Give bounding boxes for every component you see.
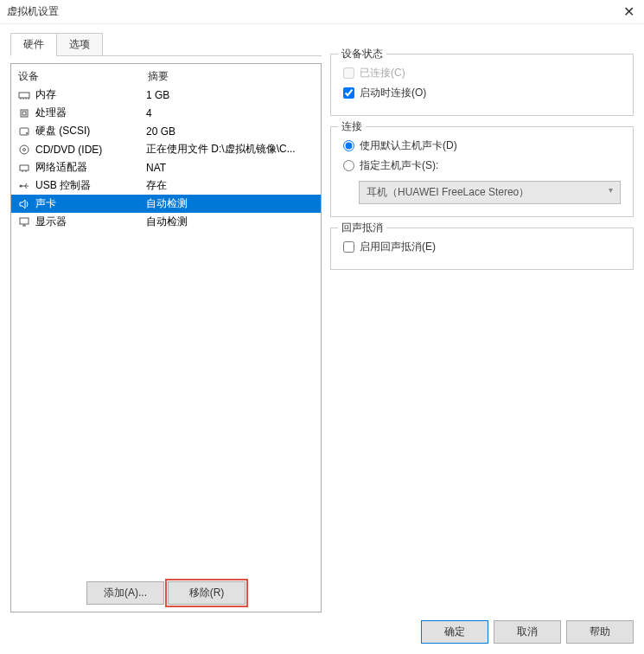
device-summary: 正在使用文件 D:\虚拟机镜像\C... (146, 142, 316, 157)
svg-point-8 (26, 132, 28, 134)
bottom-bar: 确定 取消 帮助 (421, 620, 634, 644)
svg-rect-11 (20, 165, 29, 170)
fieldset-connection: 连接 使用默认主机声卡(D) 指定主机声卡(S): 耳机（HUAWEI Free… (330, 126, 634, 217)
disk-icon (16, 125, 32, 138)
window-title: 虚拟机设置 (7, 4, 59, 19)
connect-poweron-row[interactable]: 启动时连接(O) (343, 83, 621, 103)
svg-rect-6 (22, 112, 26, 115)
svg-marker-18 (20, 200, 25, 208)
device-buttons: 添加(A)... 移除(R) (11, 574, 321, 612)
echo-label: 启用回声抵消(E) (360, 240, 436, 254)
device-summary: 1 GB (146, 89, 316, 101)
svg-rect-19 (20, 218, 29, 224)
connect-poweron-checkbox[interactable] (343, 87, 354, 99)
header-device: 设备 (18, 69, 148, 84)
device-name: 处理器 (35, 106, 146, 120)
tab-options[interactable]: 选项 (56, 33, 103, 56)
use-default-radio[interactable] (343, 140, 354, 151)
device-summary: 20 GB (146, 125, 316, 138)
display-icon (16, 216, 32, 228)
cancel-button[interactable]: 取消 (494, 620, 561, 644)
svg-point-10 (23, 148, 26, 151)
ok-button[interactable]: 确定 (421, 620, 488, 644)
device-summary: 自动检测 (146, 196, 316, 211)
svg-point-9 (20, 145, 29, 154)
device-row[interactable]: 内存1 GB (11, 86, 321, 104)
device-name: 网络适配器 (35, 160, 146, 175)
use-default-row[interactable]: 使用默认主机声卡(D) (343, 136, 621, 156)
fieldset-device-status: 设备状态 已连接(C) 启动时连接(O) (330, 54, 634, 116)
device-name: 内存 (35, 87, 146, 102)
use-default-label: 使用默认主机声卡(D) (360, 138, 457, 153)
memory-icon (16, 89, 32, 101)
right-panel: 设备状态 已连接(C) 启动时连接(O) 连接 使用默认主机声卡(D) 指定主机… (330, 33, 634, 612)
device-list: 内存1 GB处理器4硬盘 (SCSI)20 GBCD/DVD (IDE)正在使用… (11, 86, 321, 574)
header-summary: 摘要 (148, 69, 314, 84)
usb-icon (16, 180, 32, 192)
device-name: 声卡 (35, 196, 146, 211)
device-row[interactable]: 网络适配器NAT (11, 158, 321, 176)
device-row[interactable]: CD/DVD (IDE)正在使用文件 D:\虚拟机镜像\C... (11, 140, 321, 158)
device-row[interactable]: 硬盘 (SCSI)20 GB (11, 122, 321, 140)
device-row[interactable]: USB 控制器存在 (11, 176, 321, 195)
titlebar: 虚拟机设置 ✕ (0, 0, 644, 24)
fieldset-label-status: 设备状态 (338, 47, 386, 61)
fieldset-label-connection: 连接 (338, 119, 366, 134)
device-summary: NAT (146, 162, 316, 174)
connect-poweron-label: 启动时连接(O) (360, 86, 426, 100)
connected-label: 已连接(C) (360, 66, 405, 80)
echo-row[interactable]: 启用回声抵消(E) (343, 237, 621, 257)
specify-label: 指定主机声卡(S): (360, 158, 438, 173)
device-name: 硬盘 (SCSI) (35, 124, 146, 138)
echo-checkbox[interactable] (343, 241, 354, 253)
add-button[interactable]: 添加(A)... (86, 581, 164, 605)
soundcard-select[interactable]: 耳机（HUAWEI FreeLace Stereo） (359, 181, 621, 204)
sound-icon (16, 198, 32, 210)
connected-checkbox-row: 已连接(C) (343, 63, 621, 83)
device-summary: 4 (146, 107, 316, 119)
device-row[interactable]: 声卡自动检测 (11, 195, 321, 213)
device-area: 设备 摘要 内存1 GB处理器4硬盘 (SCSI)20 GBCD/DVD (ID… (10, 63, 322, 612)
fieldset-label-echo: 回声抵消 (338, 221, 386, 235)
content: 硬件 选项 设备 摘要 内存1 GB处理器4硬盘 (SCSI)20 GBCD/D… (0, 24, 644, 612)
tab-hardware[interactable]: 硬件 (10, 33, 57, 56)
network-icon (16, 162, 32, 174)
fieldset-echo: 回声抵消 启用回声抵消(E) (330, 228, 634, 270)
svg-rect-0 (19, 93, 29, 98)
help-button[interactable]: 帮助 (566, 620, 634, 644)
device-summary: 自动检测 (146, 215, 316, 229)
device-row[interactable]: 处理器4 (11, 104, 321, 122)
cpu-icon (16, 107, 32, 119)
specify-row[interactable]: 指定主机声卡(S): (343, 156, 621, 176)
device-name: CD/DVD (IDE) (35, 144, 146, 156)
remove-button[interactable]: 移除(R) (168, 581, 245, 605)
connected-checkbox (343, 67, 354, 79)
close-icon[interactable]: ✕ (620, 3, 637, 20)
left-panel: 硬件 选项 设备 摘要 内存1 GB处理器4硬盘 (SCSI)20 GBCD/D… (10, 33, 322, 612)
tab-bar: 硬件 选项 (10, 33, 322, 56)
cd-icon (16, 144, 32, 156)
device-name: 显示器 (35, 215, 146, 229)
specify-radio[interactable] (343, 160, 354, 171)
device-header: 设备 摘要 (11, 64, 321, 86)
svg-rect-5 (21, 110, 28, 117)
device-summary: 存在 (146, 178, 316, 193)
device-name: USB 控制器 (35, 178, 146, 193)
device-row[interactable]: 显示器自动检测 (11, 213, 321, 231)
